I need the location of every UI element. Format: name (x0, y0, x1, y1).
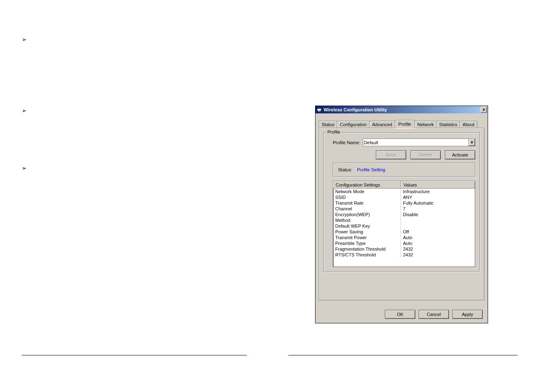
app-icon (316, 107, 322, 113)
dialog-window: Wireless Configuration Utility ✕ Status … (315, 106, 488, 323)
close-button[interactable]: ✕ (481, 107, 487, 113)
table-row[interactable]: Encryption(WEP)Disable (333, 212, 475, 217)
status-box: Status: Profile Setting (333, 163, 475, 177)
table-row[interactable]: Default WEP Key (333, 223, 475, 229)
setting-name: Fragmentation Threshold (333, 246, 401, 252)
bullet-icon: ➢ (22, 165, 27, 171)
ok-button[interactable]: OK (385, 310, 415, 319)
status-value: Profile Setting (357, 167, 385, 172)
setting-name: Transmit Power (333, 235, 401, 240)
listview-body: Network ModeInfrastructureSSIDANYTransmi… (333, 189, 475, 258)
tab-network[interactable]: Network (415, 121, 437, 128)
column-header-settings[interactable]: Configuration Settings (333, 181, 401, 189)
apply-button[interactable]: Apply (452, 310, 483, 319)
dialog-body: Status Configuration Advanced Profile Ne… (315, 113, 488, 323)
setting-value: ANY (401, 194, 475, 200)
setting-name: Default WEP Key (333, 223, 401, 229)
tab-panel: Profile Profile Name: ▾ Save Delete Acti… (319, 128, 484, 300)
table-row[interactable]: SSIDANY (333, 194, 475, 200)
bullet-icon: ➢ (22, 107, 27, 114)
svg-rect-1 (318, 111, 320, 112)
close-icon: ✕ (482, 108, 486, 112)
setting-value: Infrastructure (401, 189, 475, 194)
setting-value: Off (401, 229, 475, 235)
profile-group: Profile Profile Name: ▾ Save Delete Acti… (323, 132, 480, 272)
divider (288, 355, 518, 355)
setting-name: Channel (333, 206, 401, 212)
setting-value: Auto (401, 235, 475, 240)
status-label: Status: (338, 167, 352, 172)
table-row[interactable]: Method (333, 217, 475, 223)
table-row[interactable]: Transmit RateFully Automatic (333, 200, 475, 206)
titlebar: Wireless Configuration Utility ✕ (315, 106, 488, 113)
profile-name-input[interactable] (363, 139, 468, 146)
table-row[interactable]: Network ModeInfrastructure (333, 189, 475, 194)
table-row[interactable]: RTS/CTS Threshold2432 (333, 252, 475, 258)
setting-value: 2432 (401, 252, 475, 258)
setting-name: SSID (333, 194, 401, 200)
tab-profile[interactable]: Profile (395, 120, 415, 128)
dropdown-button[interactable]: ▾ (468, 139, 475, 146)
setting-value (401, 223, 475, 229)
tabstrip: Status Configuration Advanced Profile Ne… (319, 120, 484, 128)
dialog-buttons: OK Cancel Apply (385, 310, 483, 319)
column-header-values[interactable]: Values (401, 181, 475, 189)
save-button[interactable]: Save (376, 150, 406, 159)
setting-value: 2432 (401, 246, 475, 252)
table-row[interactable]: Transmit PowerAuto (333, 235, 475, 240)
setting-name: Preamble Type (333, 240, 401, 246)
profile-name-label: Profile Name: (333, 140, 360, 145)
table-row[interactable]: Power SavingOff (333, 229, 475, 235)
setting-name: Network Mode (333, 189, 401, 194)
setting-name: Method (333, 217, 401, 223)
setting-name: Encryption(WEP) (333, 212, 401, 217)
tab-status[interactable]: Status (319, 121, 337, 128)
setting-name: RTS/CTS Threshold (333, 252, 401, 258)
setting-name: Transmit Rate (333, 200, 401, 206)
svg-rect-0 (317, 108, 321, 111)
cancel-button[interactable]: Cancel (419, 310, 449, 319)
setting-value: 7 (401, 206, 475, 212)
setting-value (401, 217, 475, 223)
table-row[interactable]: Fragmentation Threshold2432 (333, 246, 475, 252)
listview-header: Configuration Settings Values (333, 181, 475, 189)
divider (22, 355, 247, 355)
table-row[interactable]: Channel7 (333, 206, 475, 212)
delete-button[interactable]: Delete (410, 150, 441, 159)
table-row[interactable]: Preamble TypeAuto (333, 240, 475, 246)
setting-name: Power Saving (333, 229, 401, 235)
setting-value: Fully Automatic (401, 200, 475, 206)
setting-value: Disable (401, 212, 475, 217)
group-legend: Profile (326, 129, 341, 134)
settings-listview[interactable]: Configuration Settings Values Network Mo… (333, 181, 475, 267)
profile-name-combo[interactable]: ▾ (363, 138, 475, 146)
setting-value: Auto (401, 240, 475, 246)
chevron-down-icon: ▾ (471, 140, 473, 145)
tab-advanced[interactable]: Advanced (369, 121, 395, 128)
activate-button[interactable]: Activate (445, 150, 475, 159)
tab-about[interactable]: About (460, 121, 477, 128)
bullet-icon: ➢ (22, 36, 27, 43)
tab-statistics[interactable]: Statistics (436, 121, 460, 128)
tab-configuration[interactable]: Configuration (337, 121, 369, 128)
window-title: Wireless Configuration Utility (324, 107, 481, 112)
